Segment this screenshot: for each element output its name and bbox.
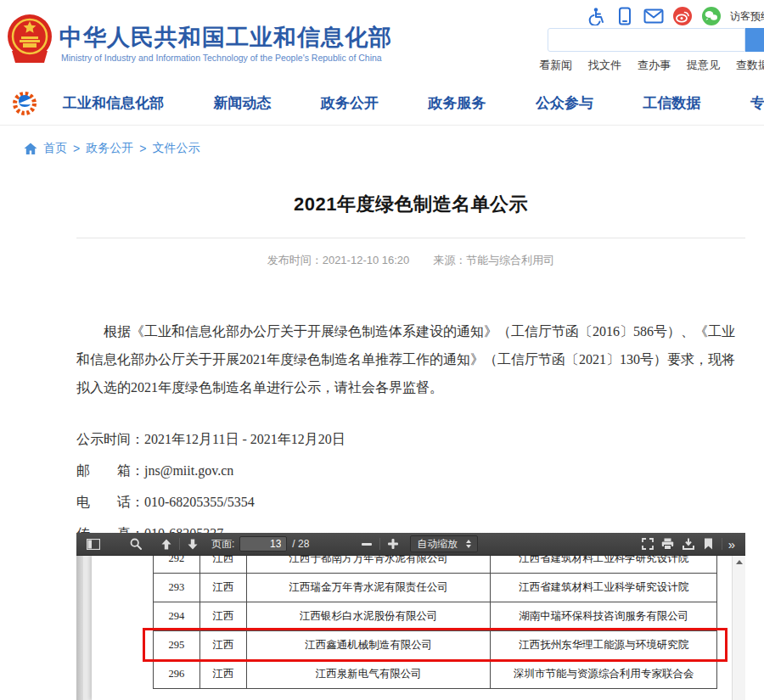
quick-link-data[interactable]: 查数据 [736, 58, 764, 73]
cell-company: 江西银杉白水泥股份有限公司 [246, 602, 491, 631]
quick-links: 看新闻 找文件 查办事 提意见 查数据 [539, 58, 764, 73]
toolbar-more-icon[interactable]: » [725, 537, 739, 552]
table-row: 294 江西 江西银杉白水泥股份有限公司 湖南中瑞环保科技咨询服务有限公司 [154, 602, 717, 631]
cell-province: 江西 [199, 602, 246, 631]
nav-item-public[interactable]: 公众参与 [532, 93, 597, 113]
nav-item-data[interactable]: 工信数据 [640, 93, 705, 113]
quick-link-services[interactable]: 查办事 [638, 58, 671, 73]
pdf-left-gutter [76, 556, 83, 700]
gear-e-logo-icon [10, 87, 41, 118]
breadcrumb-gov-open[interactable]: 政务公开 [86, 141, 133, 156]
breadcrumb-home[interactable]: 首页 [43, 141, 67, 156]
cell-no: 293 [154, 574, 200, 602]
national-emblem-logo[interactable] [7, 14, 53, 64]
search-button[interactable] [745, 28, 764, 52]
title-divider [76, 238, 745, 238]
cell-agency: 江西抚州东华理工能源与环境研究院 [491, 631, 717, 660]
contact-info: 公示时间：2021年12月11日 - 2021年12月20日 邮 箱：jns@m… [76, 423, 745, 549]
scroll-up-arrow-icon[interactable] [736, 560, 743, 564]
header-search [548, 28, 764, 52]
select-arrows-icon [466, 540, 471, 548]
public-period: 公示时间：2021年12月11日 - 2021年12月20日 [76, 423, 745, 455]
quick-link-feedback[interactable]: 提意见 [687, 58, 720, 73]
page-total-label: / 28 [292, 538, 309, 550]
green-manufacturing-table: 292 江西 江西于都南方万年青水泥有限公司 江西省建筑材料工业科学研究设计院 … [153, 556, 717, 689]
cell-company: 江西鑫通机械制造有限公司 [246, 631, 491, 660]
cell-no: 296 [154, 660, 200, 689]
breadcrumb-separator: > [139, 142, 146, 155]
search-document-icon[interactable] [126, 535, 146, 553]
cell-company: 江西泉新电气有限公司 [246, 660, 491, 689]
mobile-icon[interactable] [615, 6, 635, 26]
pdf-page: 292 江西 江西于都南方万年青水泥有限公司 江西省建筑材料工业科学研究设计院 … [92, 556, 732, 700]
contact-email: 邮 箱：jns@miit.gov.cn [76, 455, 745, 486]
nav-item-news[interactable]: 新闻动态 [211, 93, 275, 113]
publish-time: 发布时间：2021-12-10 16:20 [267, 254, 410, 266]
page-title: 2021年度绿色制造名单公示 [76, 192, 745, 217]
pdf-toolbar: 页面: / 28 自动缩放 [76, 533, 745, 556]
cell-province: 江西 [199, 574, 246, 602]
pdf-viewer: 页面: / 28 自动缩放 [76, 533, 745, 700]
contact-phone: 电 话：010-68205355/5354 [76, 486, 745, 518]
zoom-mode-value: 自动缩放 [417, 537, 458, 552]
cell-agency: 湖南中瑞环保科技咨询服务有限公司 [491, 602, 717, 631]
article-meta: 发布时间：2021-12-10 16:20来源：节能与综合利用司 [76, 253, 745, 268]
site-subtitle-en: Ministry of Industry and Information Tec… [61, 53, 382, 63]
print-icon[interactable] [658, 535, 678, 553]
cell-province: 江西 [199, 660, 246, 689]
page-up-icon[interactable] [156, 535, 177, 553]
site-title: 中华人民共和国工业和信息化部 [59, 22, 392, 53]
zoom-mode-select[interactable]: 自动缩放 [410, 535, 478, 552]
table-row-highlighted: 295 江西 江西鑫通机械制造有限公司 江西抚州东华理工能源与环境研究院 [154, 631, 717, 660]
header-utility-icons: 访客预约 [586, 5, 764, 27]
nav-items: 工业和信息化部 新闻动态 政务公开 政务服务 公众参与 工信数据 专题 [59, 81, 764, 126]
download-icon[interactable] [678, 535, 699, 553]
zoom-in-icon[interactable] [383, 535, 403, 553]
main-nav: 工业和信息化部 新闻动态 政务公开 政务服务 公众参与 工信数据 专题 [0, 81, 764, 126]
nav-item-special[interactable]: 专题 [747, 93, 764, 113]
page-number-label: 页面: [211, 537, 234, 552]
cell-agency: 深圳市节能与资源综合利用专家联合会 [491, 660, 717, 689]
mail-icon[interactable] [643, 6, 664, 26]
cell-no: 294 [154, 602, 200, 631]
page-down-icon[interactable] [183, 535, 203, 553]
presentation-mode-icon[interactable] [638, 535, 658, 553]
pdf-page-area: 292 江西 江西于都南方万年青水泥有限公司 江西省建筑材料工业科学研究设计院 … [76, 556, 745, 700]
page-number-input[interactable] [239, 536, 287, 552]
zoom-out-icon[interactable] [357, 535, 377, 553]
search-input[interactable] [548, 28, 745, 52]
quick-link-news[interactable]: 看新闻 [539, 58, 572, 73]
nav-item-gov-open[interactable]: 政务公开 [317, 93, 382, 113]
breadcrumb-separator: > [73, 142, 80, 155]
nav-item-miit[interactable]: 工业和信息化部 [59, 93, 167, 113]
cell-agency: 江西省建筑材料工业科学研究设计院 [491, 556, 717, 574]
cell-company: 江西瑞金万年青水泥有限责任公司 [246, 574, 491, 602]
sidebar-toggle-icon[interactable] [83, 535, 104, 553]
weibo-icon[interactable] [672, 6, 693, 26]
cell-province: 江西 [199, 631, 246, 660]
table-row: 292 江西 江西于都南方万年青水泥有限公司 江西省建筑材料工业科学研究设计院 [154, 556, 717, 574]
table-row: 293 江西 江西瑞金万年青水泥有限责任公司 江西省建筑材料工业科学研究设计院 [154, 574, 717, 602]
home-icon[interactable] [24, 143, 37, 155]
source: 来源：节能与综合利用司 [433, 254, 554, 266]
cell-company: 江西于都南方万年青水泥有限公司 [246, 556, 491, 574]
site-header: 中华人民共和国工业和信息化部 Ministry of Industry and … [0, 0, 764, 81]
table-row: 296 江西 江西泉新电气有限公司 深圳市节能与资源综合利用专家联合会 [154, 660, 717, 689]
cell-agency: 江西省建筑材料工业科学研究设计院 [491, 574, 717, 602]
article-paragraph: 根据《工业和信息化部办公厅关于开展绿色制造体系建设的通知》（工信厅节函〔2016… [76, 317, 745, 401]
pdf-scrollbar[interactable] [732, 556, 745, 700]
quick-link-files[interactable]: 找文件 [588, 58, 621, 73]
visitor-appointment-link[interactable]: 访客预约 [730, 9, 764, 24]
cell-no: 292 [154, 556, 200, 574]
nav-item-gov-service[interactable]: 政务服务 [425, 93, 490, 113]
accessibility-icon[interactable] [586, 6, 606, 26]
cell-no: 295 [154, 631, 200, 660]
wechat-icon[interactable] [701, 6, 722, 26]
breadcrumb-doc-public[interactable]: 文件公示 [152, 141, 199, 156]
breadcrumb: 首页 > 政务公开 > 文件公示 [24, 141, 199, 156]
cell-province: 江西 [199, 556, 246, 574]
page-root: 中华人民共和国工业和信息化部 Ministry of Industry and … [0, 0, 764, 700]
bookmark-icon[interactable] [699, 535, 719, 553]
